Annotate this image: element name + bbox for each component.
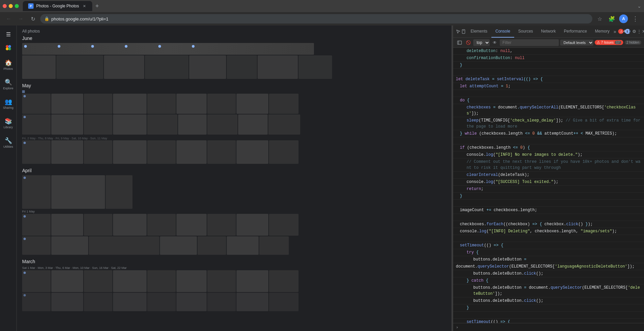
console-line: clearInterval(deleteTask); xyxy=(453,172,644,179)
console-line: buttons.deleteButton.click(); xyxy=(453,270,644,277)
console-line: checkboxes.forEach((checkbox) => { check… xyxy=(453,221,644,228)
sidebar-label-utilities: Utilities xyxy=(3,145,13,148)
svg-rect-6 xyxy=(458,41,462,44)
month-label-may: May xyxy=(22,83,446,88)
hidden-count-badge: 2 hidden xyxy=(625,40,641,45)
address-bar: ← → ↻ 🔒 photos.google.com/u/1/?pli=1 ☆ 🧩… xyxy=(0,12,644,26)
minimize-button[interactable] xyxy=(9,4,13,8)
photos-content: All photos June xyxy=(17,26,451,331)
new-tab-button[interactable]: + xyxy=(92,1,102,11)
console-line: deleteButton: null, xyxy=(453,48,644,55)
sidebar-item-library[interactable]: 📚 Library xyxy=(2,116,15,130)
console-line: let attemptCount = 1; xyxy=(453,83,644,90)
profile-avatar[interactable]: A xyxy=(619,14,628,23)
error-badge[interactable]: ⚠ 4 xyxy=(618,29,624,34)
device-toolbar-button[interactable] xyxy=(461,27,466,36)
warning-badge[interactable]: ℹ 17 xyxy=(625,29,630,34)
devtools-subbar: 🚫 top 👁 Default levels ⚠ 7 Issues 17 2 h… xyxy=(453,38,644,48)
month-section-june: June xyxy=(22,36,446,79)
sidebar-menu-icon[interactable]: ☰ xyxy=(2,28,14,40)
week-label: Fri, 2 May · Thu, 8 May · Fri, 9 May · S… xyxy=(22,137,446,140)
clear-console-button[interactable]: 🚫 xyxy=(465,39,472,46)
tab-bar: P Photos - Google Photos ✕ + xyxy=(23,1,102,11)
console-line: } while (checkboxes.length <= 0 && attem… xyxy=(453,130,644,137)
sidebar-label-library: Library xyxy=(4,126,13,129)
url-bar[interactable]: 🔒 photos.google.com/u/1/?pli=1 xyxy=(40,14,592,23)
console-line-blank xyxy=(453,200,644,207)
expand-icon[interactable]: ⌄ xyxy=(637,3,641,9)
console-line: confirmationButton: null xyxy=(453,55,644,62)
forward-button[interactable]: → xyxy=(16,14,25,23)
console-line: console.log("[SUCCESS] Tool exited."); xyxy=(453,179,644,186)
tab-network[interactable]: Network xyxy=(537,26,560,38)
filter-input[interactable] xyxy=(500,39,559,46)
console-output: deleteButton: null, confirmationButton: … xyxy=(453,48,644,323)
svg-point-1 xyxy=(8,45,11,48)
tab-console[interactable]: Console xyxy=(491,26,514,38)
console-line: sleep(TIME_CONFIG['check_sleep_delay']);… xyxy=(453,117,644,130)
tab-memory[interactable]: Memory xyxy=(591,26,613,38)
extensions-icon[interactable]: 🧩 xyxy=(607,14,616,23)
console-line: // Comment out the next three lines if y… xyxy=(453,158,644,172)
sidebar-toggle-button[interactable] xyxy=(456,39,463,46)
month-label-march: March xyxy=(22,259,446,264)
menu-icon[interactable]: ⋮ xyxy=(631,14,640,23)
back-button[interactable]: ← xyxy=(4,14,13,23)
svg-point-0 xyxy=(6,45,8,48)
inspect-element-button[interactable] xyxy=(456,27,461,36)
sidebar-item-utilities[interactable]: 🔧 Utilities xyxy=(2,136,15,150)
tab-performance[interactable]: Performance xyxy=(560,26,591,38)
more-options-button[interactable]: ⋮ xyxy=(637,27,641,36)
devtools-panel: Elements Console Sources Network Perform… xyxy=(453,26,644,331)
console-line: if (checkboxes.length <= 0) { xyxy=(453,144,644,151)
devtools-close-button[interactable]: ✕ xyxy=(642,27,644,36)
console-line: checkboxes = document.querySelectorAll(E… xyxy=(453,104,644,117)
console-line: } xyxy=(453,62,644,69)
console-line: } catch { xyxy=(453,277,644,284)
console-input-row: › xyxy=(453,323,644,331)
console-line-blank xyxy=(453,90,644,97)
issues-badge[interactable]: ⚠ 7 Issues 17 xyxy=(595,40,623,45)
active-tab[interactable]: P Photos - Google Photos ✕ xyxy=(23,1,92,11)
sidebar-item-explore[interactable]: 🔍 Explore xyxy=(2,77,15,91)
sidebar-item-photos[interactable]: 🏠 Photos xyxy=(2,58,15,72)
maximize-button[interactable] xyxy=(15,4,19,8)
tab-elements[interactable]: Elements xyxy=(467,26,491,38)
sidebar-item-sharing[interactable]: 👥 Sharing xyxy=(2,97,15,111)
console-line: } xyxy=(453,304,644,312)
title-bar: P Photos - Google Photos ✕ + ⌄ xyxy=(0,0,644,12)
bookmark-icon[interactable]: ☆ xyxy=(595,14,604,23)
month-section-may: May xyxy=(22,83,446,164)
log-level-select[interactable]: Default levels xyxy=(560,40,593,46)
svg-point-2 xyxy=(6,48,8,50)
month-section-april: April Fri 1 May xyxy=(22,168,446,255)
sidebar-label-sharing: Sharing xyxy=(3,106,13,109)
month-label-april: April xyxy=(22,168,446,173)
console-input[interactable] xyxy=(461,325,641,330)
sidebar-label-photos: Photos xyxy=(3,67,13,70)
devtools-toolbar: Elements Console Sources Network Perform… xyxy=(453,26,644,38)
console-line: do { xyxy=(453,97,644,104)
month-section-march: March Sat 1 Mar · Mon, 3 Mar · Thu, 6 Ma… xyxy=(22,259,446,311)
context-select[interactable]: top xyxy=(473,39,490,46)
console-line: buttons.deleteButton = xyxy=(453,256,644,263)
tab-favicon: P xyxy=(28,3,34,9)
console-line: console.log("[INFO] No more images to de… xyxy=(453,151,644,158)
traffic-lights xyxy=(3,4,19,8)
svg-rect-4 xyxy=(462,30,465,34)
photos-sidebar: ☰ 🏠 Photos 🔍 Explore xyxy=(0,26,17,331)
url-text: photos.google.com/u/1/?pli=1 xyxy=(51,16,108,21)
settings-button[interactable]: ⚙ xyxy=(632,27,636,36)
tab-sources[interactable]: Sources xyxy=(514,26,537,38)
console-line: try { xyxy=(453,249,644,256)
close-button[interactable] xyxy=(3,4,7,8)
photos-header: All photos xyxy=(22,28,446,36)
console-line: setTimeout(() => { xyxy=(453,319,644,323)
tab-close-icon[interactable]: ✕ xyxy=(82,3,87,9)
console-line-blank xyxy=(453,214,644,221)
photos-area: ☰ 🏠 Photos 🔍 Explore xyxy=(0,26,451,331)
eye-icon[interactable]: 👁 xyxy=(491,39,498,46)
tab-more-button[interactable]: » xyxy=(613,29,616,34)
reload-button[interactable]: ↻ xyxy=(28,14,38,23)
console-line: } xyxy=(453,193,644,200)
